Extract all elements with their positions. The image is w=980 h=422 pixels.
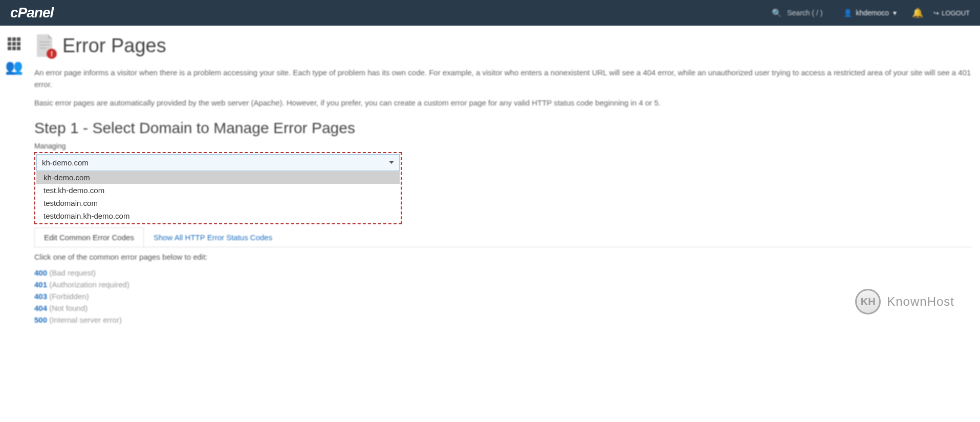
knownhost-text: KnownHost (887, 294, 954, 309)
logout-button[interactable]: ↪ LOGOUT (933, 9, 970, 17)
top-header: cPanel 🔍 Search ( / ) 👤 khdemoco ▾ 🔔 ↪ L… (0, 0, 980, 26)
error-link-403[interactable]: 403 (Forbidden) (34, 292, 972, 301)
step1-heading: Step 1 - Select Domain to Manage Error P… (34, 119, 972, 137)
error-link-500[interactable]: 500 (Internal server error) (34, 315, 972, 324)
knownhost-logo-icon: KH (855, 289, 881, 314)
knownhost-watermark: KH KnownHost (855, 289, 954, 314)
svg-rect-1 (39, 45, 50, 46)
title-row: ! Error Pages (34, 33, 972, 58)
domain-option[interactable]: test.kh-demo.com (36, 184, 400, 197)
alert-badge-icon: ! (47, 49, 57, 59)
search-icon: 🔍 (772, 8, 782, 18)
tab-common-codes[interactable]: Edit Common Error Codes (34, 227, 144, 247)
page-title: Error Pages (62, 35, 166, 57)
domain-option[interactable]: testdomain.com (36, 197, 400, 209)
description-1: An error page informs a visitor when the… (34, 67, 972, 90)
step2-tabs: Edit Common Error Codes Show All HTTP Er… (34, 227, 972, 247)
chevron-down-icon: ▾ (893, 9, 897, 17)
cpanel-logo[interactable]: cPanel (10, 5, 53, 21)
search-placeholder: Search ( / ) (787, 9, 822, 17)
logout-icon: ↪ (933, 9, 939, 17)
notifications-icon[interactable]: 🔔 (912, 7, 923, 18)
tab-divider (34, 247, 972, 247)
error-link-401[interactable]: 401 (Authorization required) (34, 280, 972, 289)
svg-rect-0 (39, 41, 50, 43)
user-icon: 👤 (843, 9, 852, 17)
username: khdemoco (856, 9, 889, 17)
domain-option[interactable]: kh-demo.com (36, 171, 400, 184)
domain-select[interactable]: kh-demo.com (36, 154, 400, 171)
domain-dropdown-highlight: kh-demo.com kh-demo.com test.kh-demo.com… (34, 152, 402, 224)
logout-label: LOGOUT (942, 9, 970, 17)
error-pages-icon: ! (34, 33, 55, 58)
main-content: ! Error Pages An error page informs a vi… (28, 26, 980, 335)
apps-grid-icon[interactable] (0, 33, 28, 54)
domain-option[interactable]: testdomain.kh-demo.com (36, 209, 400, 222)
error-code-list: 400 (Bad request) 401 (Authorization req… (34, 268, 972, 324)
error-link-404[interactable]: 404 (Not found) (34, 304, 972, 312)
search-area[interactable]: 🔍 Search ( / ) (772, 8, 822, 18)
domain-options-list: kh-demo.com test.kh-demo.com testdomain.… (36, 171, 400, 222)
step2-instruction: Click one of the common error pages belo… (34, 252, 972, 261)
users-icon[interactable]: 👥 (0, 54, 28, 79)
description-2: Basic error pages are automatically prov… (34, 97, 972, 109)
managing-label: Managing (34, 142, 972, 150)
svg-rect-2 (39, 48, 47, 49)
left-sidebar: 👥 (0, 26, 28, 335)
user-menu[interactable]: 👤 khdemoco ▾ (843, 9, 897, 17)
error-link-400[interactable]: 400 (Bad request) (34, 268, 972, 277)
tab-all-codes[interactable]: Show All HTTP Error Status Codes (144, 227, 282, 247)
domain-select-value: kh-demo.com (42, 158, 89, 167)
